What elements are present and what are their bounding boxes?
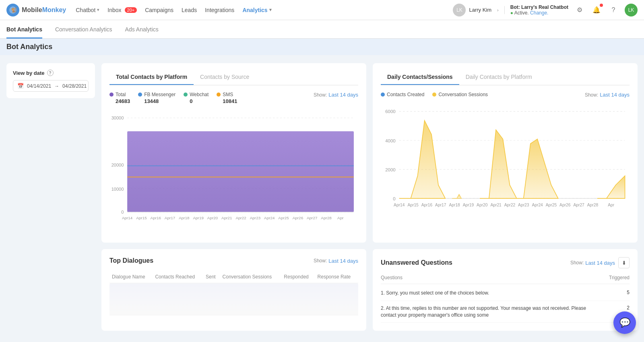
bot-label: Bot:: [510, 4, 520, 10]
inbox-badge: 20+: [125, 7, 137, 13]
bottom-row: Top Dialogues Show: Last 14 days Dialogu…: [101, 249, 638, 331]
legend-total: Total 24683: [109, 92, 130, 104]
show-period-total: Show: Last 14 days: [314, 92, 358, 98]
change-link[interactable]: Change.: [530, 10, 548, 16]
qa-count-1: 5: [605, 290, 630, 297]
svg-text:Apr17: Apr17: [435, 203, 446, 207]
svg-text:Apr: Apr: [608, 203, 615, 207]
svg-text:Apr26: Apr26: [559, 203, 571, 207]
svg-text:Apr15: Apr15: [136, 216, 147, 220]
legend-value-webchat: 0: [184, 98, 208, 104]
tabs-bar: Bot Analytics Conversation Analytics Ads…: [0, 20, 644, 39]
col-responded: Responded: [281, 271, 315, 283]
nav-right: LK Larry Kim › Bot: Larry's Real Chatbot…: [453, 4, 638, 16]
active-dot: ●: [510, 10, 513, 16]
top-dialogues-title: Top Dialogues: [109, 257, 153, 264]
user-avatar-right[interactable]: LK: [625, 4, 638, 16]
nav-analytics[interactable]: Analytics ▾: [242, 7, 271, 13]
calendar-icon: 📅: [17, 83, 24, 89]
tab-conversation-analytics[interactable]: Conversation Analytics: [55, 21, 112, 39]
total-contacts-legend: Total 24683 FB Messenger 13448: [109, 92, 237, 104]
svg-text:6000: 6000: [385, 109, 395, 114]
svg-text:Apr25: Apr25: [278, 216, 289, 220]
unanswered-card: Unanswered Questions Show: Last 14 days …: [373, 249, 638, 331]
unanswered-header: Unanswered Questions Show: Last 14 days …: [381, 257, 630, 268]
legend-dot-conv-sessions: [432, 93, 436, 97]
unanswered-title: Unanswered Questions: [381, 259, 452, 266]
qa-row-2: 2. At this time, replies to this number …: [381, 301, 630, 323]
help-icon[interactable]: ?: [608, 4, 619, 16]
date-to: 04/28/2021: [62, 83, 87, 89]
nav-chatbot[interactable]: Chatbot ▾: [76, 7, 99, 13]
nav-items: Chatbot ▾ Inbox 20+ Campaigns Leads Inte…: [76, 7, 453, 13]
nav-inbox[interactable]: Inbox 20+: [107, 7, 137, 13]
chat-bubble-icon: 💬: [619, 317, 630, 328]
page-title: Bot Analytics: [0, 39, 644, 55]
total-contacts-card: Total Contacts by Platform Contacts by S…: [101, 63, 366, 243]
legend-value-sms: 10841: [217, 98, 237, 104]
logo[interactable]: 🐒 MobileMonkey: [6, 4, 66, 16]
notification-icon[interactable]: 🔔: [591, 4, 602, 16]
user-info: LK Larry Kim: [453, 4, 491, 16]
date-help-icon[interactable]: ?: [47, 70, 54, 76]
col-contacts-reached: Contacts Reached: [153, 271, 203, 283]
svg-text:Apr20: Apr20: [207, 216, 218, 220]
legend-dot-webchat: [184, 93, 188, 97]
svg-text:Apr22: Apr22: [235, 216, 246, 220]
tab-contacts-source[interactable]: Contacts by Source: [194, 71, 256, 85]
unanswered-col-headers: Questions Triggered: [381, 275, 630, 284]
tab-daily-contacts-platform[interactable]: Daily Contacts by Platform: [459, 71, 539, 85]
show-link-dialogues[interactable]: Last 14 days: [328, 258, 358, 264]
download-button[interactable]: ⬇: [618, 257, 630, 268]
svg-text:Apr28: Apr28: [321, 216, 332, 220]
legend-value-fb: 13448: [138, 98, 175, 104]
legend-dot-fb: [138, 93, 142, 97]
top-dialogues-show: Show: Last 14 days: [314, 258, 358, 264]
view-by-date-label: View by date ?: [13, 70, 89, 76]
avatar: LK: [453, 4, 466, 16]
user-chevron[interactable]: ›: [497, 8, 499, 12]
legend-webchat: Webchat 0: [184, 92, 208, 104]
svg-text:Apr24: Apr24: [532, 203, 543, 207]
tab-ads-analytics[interactable]: Ads Analytics: [125, 21, 159, 39]
nav-campaigns[interactable]: Campaigns: [145, 7, 173, 13]
daily-contacts-chart-svg: 6000 4000 2000 0: [381, 102, 630, 231]
svg-text:Apr21: Apr21: [221, 216, 232, 220]
notif-dot: [600, 4, 603, 7]
show-link-unanswered[interactable]: Last 14 days: [585, 260, 615, 266]
nav-divider: [504, 6, 505, 14]
chat-bubble-button[interactable]: 💬: [613, 311, 636, 334]
svg-text:Apr16: Apr16: [151, 216, 161, 220]
nav-leads[interactable]: Leads: [182, 7, 197, 13]
settings-icon[interactable]: ⚙: [574, 4, 585, 16]
show-link-total[interactable]: Last 14 days: [328, 92, 358, 98]
nav-integrations[interactable]: Integrations: [205, 7, 234, 13]
svg-text:Apr22: Apr22: [504, 203, 516, 207]
svg-text:Apr14: Apr14: [394, 203, 405, 207]
svg-rect-11: [127, 131, 354, 212]
svg-text:🐒: 🐒: [11, 7, 17, 13]
svg-text:0: 0: [121, 210, 124, 214]
qa-text-1: 1. Sorry, you must select one of the cho…: [381, 290, 602, 297]
svg-text:Apr19: Apr19: [463, 203, 474, 207]
logo-mobile-text: Mobile: [22, 6, 42, 13]
legend-dot-contacts-created: [381, 93, 385, 97]
date-range-picker[interactable]: 📅 04/14/2021 → 04/28/2021: [13, 80, 89, 92]
sidebar: View by date ? 📅 04/14/2021 → 04/28/2021: [6, 63, 95, 331]
date-arrow: →: [54, 83, 59, 89]
qa-text-2: 2. At this time, replies to this number …: [381, 305, 602, 319]
chart-row-top: Total Contacts by Platform Contacts by S…: [101, 63, 638, 243]
col-triggered-header: Triggered: [597, 275, 630, 280]
tab-daily-contacts-sessions[interactable]: Daily Contacts/Sessions: [381, 71, 459, 85]
svg-text:20000: 20000: [111, 163, 124, 167]
analytics-chevron: ▾: [269, 7, 272, 12]
bot-name: Larry's Real Chatbot: [521, 4, 568, 10]
svg-text:Apr23: Apr23: [250, 216, 261, 220]
tab-total-contacts[interactable]: Total Contacts by Platform: [109, 71, 194, 85]
col-sent: Sent: [203, 271, 220, 283]
date-from: 04/14/2021: [27, 83, 51, 89]
svg-text:Apr28: Apr28: [587, 203, 599, 207]
col-dialogue-name: Dialogue Name: [109, 271, 153, 283]
tab-bot-analytics[interactable]: Bot Analytics: [6, 21, 42, 39]
show-link-daily[interactable]: Last 14 days: [600, 92, 630, 98]
